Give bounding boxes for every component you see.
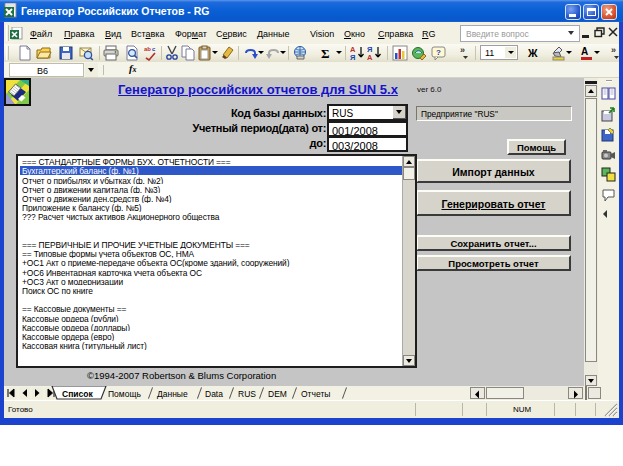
- svg-text:?: ?: [436, 48, 441, 57]
- svg-text:»: »: [611, 45, 616, 55]
- svg-text:c: c: [152, 46, 156, 52]
- svg-text:А: А: [367, 53, 373, 61]
- svg-text:Σ: Σ: [321, 46, 330, 61]
- svg-text:Я: Я: [350, 53, 355, 61]
- svg-text:A: A: [581, 46, 588, 57]
- svg-text:»: »: [460, 45, 465, 55]
- svg-text:ab: ab: [144, 46, 151, 52]
